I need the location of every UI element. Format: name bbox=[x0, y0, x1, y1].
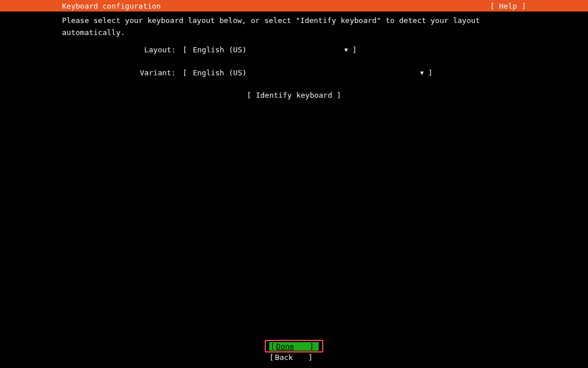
variant-label: Variant: bbox=[62, 68, 176, 78]
layout-label: Layout: bbox=[62, 45, 176, 55]
done-highlight: [Done] bbox=[265, 340, 323, 352]
header-bar: Keyboard configuration [ Help ] bbox=[0, 0, 588, 12]
footer-buttons: [Done] [Back] bbox=[0, 340, 588, 362]
main-content: Please select your keyboard layout below… bbox=[0, 12, 588, 99]
variant-row: Variant: [ English (US) ▼ ] bbox=[62, 68, 526, 78]
done-button[interactable]: [Done] bbox=[269, 342, 319, 351]
page-title: Keyboard configuration bbox=[62, 2, 161, 10]
variant-value: English (US) bbox=[192, 68, 420, 78]
layout-value: English (US) bbox=[192, 45, 345, 55]
layout-row: Layout: [ English (US) ▼ ] bbox=[62, 45, 526, 55]
instruction-text: Please select your keyboard layout below… bbox=[62, 15, 526, 39]
help-button[interactable]: [ Help ] bbox=[490, 2, 526, 10]
variant-select[interactable]: [ English (US) ▼ ] bbox=[183, 68, 432, 78]
bracket-open: [ bbox=[183, 45, 192, 55]
identify-keyboard-button[interactable]: [ Identify keyboard ] bbox=[247, 91, 341, 99]
identify-row: [ Identify keyboard ] bbox=[62, 91, 526, 99]
back-button[interactable]: [Back] bbox=[269, 353, 319, 362]
bracket-open: [ bbox=[183, 68, 192, 78]
bracket-close: ] bbox=[424, 68, 433, 78]
layout-select[interactable]: [ English (US) ▼ ] bbox=[183, 45, 357, 55]
bracket-close: ] bbox=[348, 45, 357, 55]
